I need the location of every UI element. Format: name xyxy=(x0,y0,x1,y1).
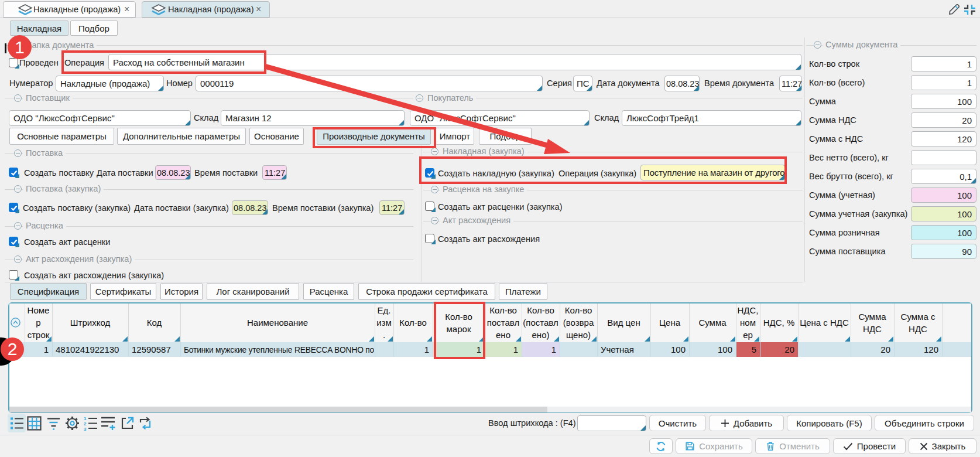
svg-text:2: 2 xyxy=(84,421,87,427)
svg-text:3: 3 xyxy=(84,427,87,431)
svg-text:1: 1 xyxy=(84,416,87,421)
